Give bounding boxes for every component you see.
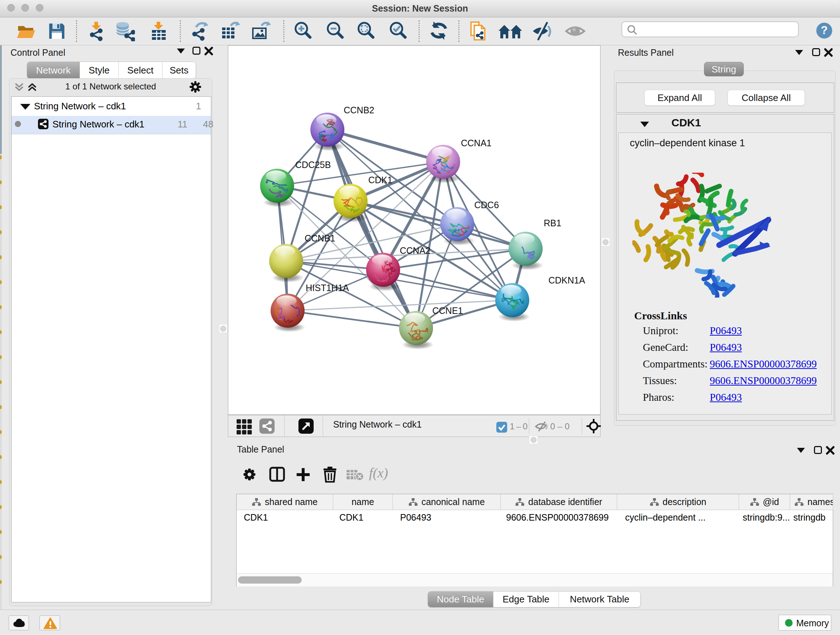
- svg-text:CCNA2: CCNA2: [400, 245, 431, 256]
- svg-text:CDC25B: CDC25B: [295, 160, 331, 170]
- svg-text:?: ?: [821, 24, 828, 36]
- svg-text:CCNA1: CCNA1: [461, 138, 492, 148]
- svg-text:CDK1: CDK1: [368, 175, 393, 185]
- svg-text:CCNE1: CCNE1: [432, 306, 463, 316]
- svg-text:CCNB2: CCNB2: [344, 105, 374, 115]
- svg-text:CCNB1: CCNB1: [305, 233, 335, 243]
- svg-text:HIST1H1A: HIST1H1A: [306, 283, 349, 293]
- svg-text:CDKN1A: CDKN1A: [548, 275, 585, 285]
- svg-text:RB1: RB1: [544, 218, 561, 228]
- svg-text:CDC6: CDC6: [474, 200, 499, 210]
